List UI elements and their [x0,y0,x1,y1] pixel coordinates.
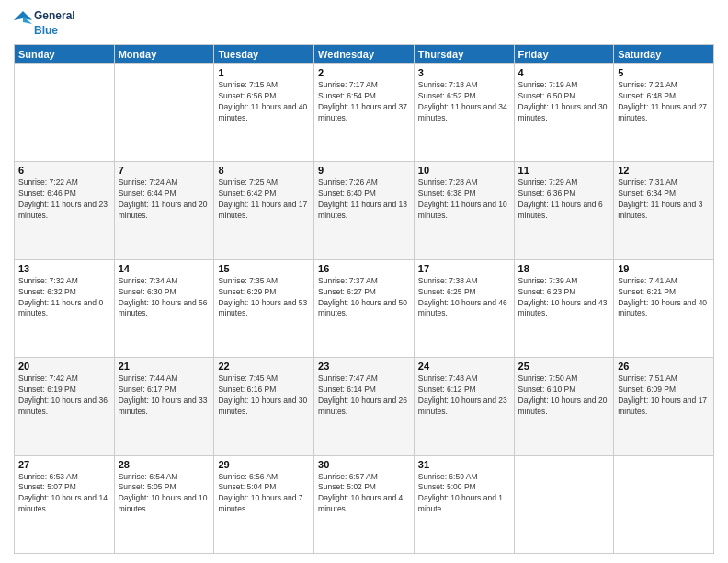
logo: General Blue [14,9,75,39]
logo-general-text: General [34,9,75,24]
calendar-cell: 29Sunrise: 6:56 AM Sunset: 5:04 PM Dayli… [214,455,314,553]
calendar-cell: 11Sunrise: 7:29 AM Sunset: 6:36 PM Dayli… [514,162,614,259]
day-info: Sunrise: 7:18 AM Sunset: 6:52 PM Dayligh… [418,80,510,124]
calendar-cell [514,455,614,553]
weekday-header-sunday: Sunday [15,45,115,64]
day-info: Sunrise: 7:28 AM Sunset: 6:38 PM Dayligh… [418,178,510,222]
day-info: Sunrise: 7:35 AM Sunset: 6:29 PM Dayligh… [218,276,310,320]
calendar-cell: 10Sunrise: 7:28 AM Sunset: 6:38 PM Dayli… [414,162,514,259]
calendar-cell: 23Sunrise: 7:47 AM Sunset: 6:14 PM Dayli… [314,358,415,455]
weekday-header-monday: Monday [114,45,214,64]
day-number: 28 [119,459,210,470]
day-number: 12 [618,165,710,176]
calendar-cell: 14Sunrise: 7:34 AM Sunset: 6:30 PM Dayli… [114,259,214,357]
calendar-cell: 22Sunrise: 7:45 AM Sunset: 6:16 PM Dayli… [214,358,314,455]
calendar-cell: 31Sunrise: 6:59 AM Sunset: 5:00 PM Dayli… [414,455,514,553]
calendar-cell [614,455,714,553]
day-info: Sunrise: 7:47 AM Sunset: 6:14 PM Dayligh… [318,373,410,418]
day-number: 20 [18,361,110,372]
logo-bird-icon [14,9,32,39]
day-info: Sunrise: 7:22 AM Sunset: 6:46 PM Dayligh… [18,178,110,222]
calendar-cell: 6Sunrise: 7:22 AM Sunset: 6:46 PM Daylig… [15,162,115,259]
page: General Blue SundayMondayTuesdayWednesda… [0,0,728,563]
calendar-cell: 15Sunrise: 7:35 AM Sunset: 6:29 PM Dayli… [214,259,314,357]
day-number: 6 [18,165,110,176]
day-number: 19 [618,263,710,274]
day-number: 5 [618,67,710,78]
day-info: Sunrise: 7:37 AM Sunset: 6:27 PM Dayligh… [318,276,410,320]
day-number: 3 [418,67,510,78]
calendar-cell: 8Sunrise: 7:25 AM Sunset: 6:42 PM Daylig… [214,162,314,259]
day-number: 2 [318,67,410,78]
calendar-week-row: 1Sunrise: 7:15 AM Sunset: 6:56 PM Daylig… [15,64,714,162]
header: General Blue [14,9,714,39]
day-number: 4 [518,67,610,78]
calendar-cell [114,64,214,162]
day-info: Sunrise: 7:26 AM Sunset: 6:40 PM Dayligh… [318,178,410,222]
day-info: Sunrise: 7:15 AM Sunset: 6:56 PM Dayligh… [218,80,310,124]
weekday-header-saturday: Saturday [614,45,714,64]
weekday-header-tuesday: Tuesday [214,45,314,64]
calendar-week-row: 6Sunrise: 7:22 AM Sunset: 6:46 PM Daylig… [15,162,714,259]
day-info: Sunrise: 6:57 AM Sunset: 5:02 PM Dayligh… [318,472,410,516]
day-info: Sunrise: 7:50 AM Sunset: 6:10 PM Dayligh… [518,373,610,418]
calendar-cell: 20Sunrise: 7:42 AM Sunset: 6:19 PM Dayli… [15,358,115,455]
weekday-header-friday: Friday [514,45,614,64]
calendar-cell: 28Sunrise: 6:54 AM Sunset: 5:05 PM Dayli… [114,455,214,553]
day-info: Sunrise: 7:42 AM Sunset: 6:19 PM Dayligh… [18,373,110,418]
calendar-cell: 25Sunrise: 7:50 AM Sunset: 6:10 PM Dayli… [514,358,614,455]
day-number: 27 [18,459,110,470]
calendar-cell: 1Sunrise: 7:15 AM Sunset: 6:56 PM Daylig… [214,64,314,162]
calendar-cell: 13Sunrise: 7:32 AM Sunset: 6:32 PM Dayli… [15,259,115,357]
day-info: Sunrise: 7:44 AM Sunset: 6:17 PM Dayligh… [119,373,210,418]
day-info: Sunrise: 7:45 AM Sunset: 6:16 PM Dayligh… [218,373,310,418]
calendar-cell: 4Sunrise: 7:19 AM Sunset: 6:50 PM Daylig… [514,64,614,162]
day-info: Sunrise: 7:21 AM Sunset: 6:48 PM Dayligh… [618,80,710,124]
day-info: Sunrise: 6:59 AM Sunset: 5:00 PM Dayligh… [418,472,510,516]
day-info: Sunrise: 7:32 AM Sunset: 6:32 PM Dayligh… [18,276,110,320]
calendar-cell: 17Sunrise: 7:38 AM Sunset: 6:25 PM Dayli… [414,259,514,357]
day-info: Sunrise: 7:17 AM Sunset: 6:54 PM Dayligh… [318,80,410,124]
day-info: Sunrise: 6:56 AM Sunset: 5:04 PM Dayligh… [218,472,310,516]
weekday-header-wednesday: Wednesday [314,45,415,64]
calendar-cell: 2Sunrise: 7:17 AM Sunset: 6:54 PM Daylig… [314,64,415,162]
weekday-header-row: SundayMondayTuesdayWednesdayThursdayFrid… [15,45,714,64]
day-info: Sunrise: 6:53 AM Sunset: 5:07 PM Dayligh… [18,472,110,516]
day-info: Sunrise: 7:48 AM Sunset: 6:12 PM Dayligh… [418,373,510,418]
day-number: 24 [418,361,510,372]
calendar-cell: 24Sunrise: 7:48 AM Sunset: 6:12 PM Dayli… [414,358,514,455]
day-number: 7 [119,165,210,176]
day-info: Sunrise: 7:25 AM Sunset: 6:42 PM Dayligh… [218,178,310,222]
day-number: 29 [218,459,310,470]
calendar-cell: 5Sunrise: 7:21 AM Sunset: 6:48 PM Daylig… [614,64,714,162]
day-number: 10 [418,165,510,176]
day-number: 11 [518,165,610,176]
calendar-week-row: 13Sunrise: 7:32 AM Sunset: 6:32 PM Dayli… [15,259,714,357]
logo-blue-text: Blue [34,24,75,39]
day-number: 25 [518,361,610,372]
day-number: 22 [218,361,310,372]
day-number: 17 [418,263,510,274]
calendar-cell: 18Sunrise: 7:39 AM Sunset: 6:23 PM Dayli… [514,259,614,357]
calendar-cell: 12Sunrise: 7:31 AM Sunset: 6:34 PM Dayli… [614,162,714,259]
day-info: Sunrise: 7:31 AM Sunset: 6:34 PM Dayligh… [618,178,710,222]
calendar-table: SundayMondayTuesdayWednesdayThursdayFrid… [14,44,714,554]
day-info: Sunrise: 7:29 AM Sunset: 6:36 PM Dayligh… [518,178,610,222]
calendar-cell: 16Sunrise: 7:37 AM Sunset: 6:27 PM Dayli… [314,259,415,357]
day-number: 8 [218,165,310,176]
day-number: 30 [318,459,410,470]
day-number: 18 [518,263,610,274]
calendar-cell: 30Sunrise: 6:57 AM Sunset: 5:02 PM Dayli… [314,455,415,553]
day-number: 1 [218,67,310,78]
day-number: 14 [119,263,210,274]
day-info: Sunrise: 7:51 AM Sunset: 6:09 PM Dayligh… [618,373,710,418]
calendar-cell: 19Sunrise: 7:41 AM Sunset: 6:21 PM Dayli… [614,259,714,357]
calendar-cell: 21Sunrise: 7:44 AM Sunset: 6:17 PM Dayli… [114,358,214,455]
day-number: 21 [119,361,210,372]
calendar-cell: 26Sunrise: 7:51 AM Sunset: 6:09 PM Dayli… [614,358,714,455]
day-info: Sunrise: 7:41 AM Sunset: 6:21 PM Dayligh… [618,276,710,320]
day-number: 15 [218,263,310,274]
day-info: Sunrise: 6:54 AM Sunset: 5:05 PM Dayligh… [119,472,210,516]
calendar-week-row: 20Sunrise: 7:42 AM Sunset: 6:19 PM Dayli… [15,358,714,455]
day-info: Sunrise: 7:24 AM Sunset: 6:44 PM Dayligh… [119,178,210,222]
